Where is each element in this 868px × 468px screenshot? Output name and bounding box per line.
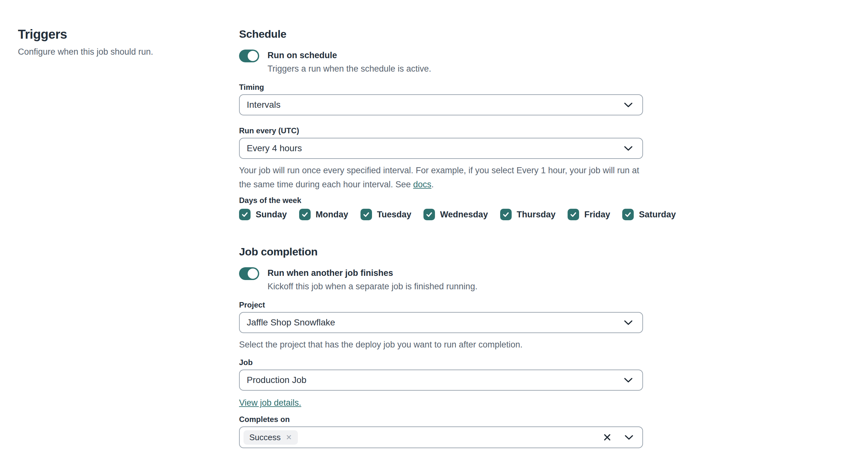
day-item-monday[interactable]: Monday: [299, 209, 348, 220]
chevron-down-icon[interactable]: [624, 435, 633, 440]
run-when-job-finishes-row: Run when another job finishes Kickoff th…: [239, 267, 643, 293]
checkbox-checked-icon[interactable]: [500, 209, 512, 220]
run-on-schedule-label: Run on schedule: [268, 49, 431, 62]
completes-on-label: Completes on: [239, 414, 643, 425]
day-label: Tuesday: [377, 210, 412, 220]
job-completion-section: Job completion Run when another job fini…: [239, 245, 643, 448]
day-label: Sunday: [256, 210, 287, 220]
job-select[interactable]: Production Job: [239, 370, 643, 391]
timing-field: Timing Intervals: [239, 82, 643, 116]
job-completion-heading: Job completion: [239, 245, 643, 258]
run-every-select-value: Every 4 hours: [247, 143, 302, 153]
day-label: Wednesday: [440, 210, 488, 220]
tag-remove-icon[interactable]: ✕: [286, 434, 292, 441]
checkbox-checked-icon[interactable]: [361, 209, 372, 220]
run-on-schedule-text: Run on schedule Triggers a run when the …: [268, 49, 431, 76]
day-item-thursday[interactable]: Thursday: [500, 209, 556, 220]
run-when-job-finishes-toggle[interactable]: [239, 267, 259, 280]
chevron-down-icon: [624, 102, 633, 108]
toggle-knob: [248, 51, 258, 61]
timing-label: Timing: [239, 82, 643, 92]
help-text-after: .: [431, 180, 434, 189]
checkbox-checked-icon[interactable]: [567, 209, 579, 220]
help-text-before: Your job will run once every specified i…: [239, 165, 639, 189]
run-on-schedule-description: Triggers a run when the schedule is acti…: [268, 62, 431, 76]
triggers-settings-page: Triggers Configure when this job should …: [0, 0, 868, 468]
project-label: Project: [239, 300, 643, 310]
completes-on-tag-success: Success ✕: [244, 430, 298, 445]
run-every-help-text: Your job will run once every specified i…: [239, 163, 643, 191]
days-of-week-row: Sunday Monday Tuesday Wednesday: [239, 208, 643, 221]
job-label: Job: [239, 357, 643, 368]
docs-link[interactable]: docs: [413, 180, 431, 189]
day-label: Saturday: [639, 210, 676, 220]
job-select-value: Production Job: [247, 375, 307, 385]
day-item-saturday[interactable]: Saturday: [622, 209, 676, 220]
checkbox-checked-icon[interactable]: [424, 209, 435, 220]
days-of-week-label: Days of the week: [239, 195, 643, 206]
day-item-sunday[interactable]: Sunday: [239, 209, 287, 220]
timing-select[interactable]: Intervals: [239, 94, 643, 116]
run-every-label: Run every (UTC): [239, 126, 643, 136]
run-every-field: Run every (UTC) Every 4 hours: [239, 126, 643, 159]
run-every-select[interactable]: Every 4 hours: [239, 138, 643, 159]
day-item-friday[interactable]: Friday: [567, 209, 610, 220]
view-job-details-link[interactable]: View job details.: [239, 398, 301, 408]
day-item-wednesday[interactable]: Wednesday: [424, 209, 488, 220]
day-label: Thursday: [517, 210, 556, 220]
toggle-knob: [248, 269, 258, 279]
run-when-job-finishes-description: Kickoff this job when a separate job is …: [268, 279, 477, 293]
triggers-intro-panel: Triggers Configure when this job should …: [0, 0, 239, 468]
checkbox-checked-icon[interactable]: [299, 209, 311, 220]
schedule-section: Schedule Run on schedule Triggers a run …: [239, 28, 643, 221]
chevron-down-icon: [624, 377, 633, 383]
job-field: Job Production Job View job details.: [239, 357, 643, 409]
chevron-down-icon: [624, 320, 633, 325]
view-job-details-row: View job details.: [239, 396, 643, 409]
run-when-job-finishes-label: Run when another job finishes: [268, 267, 477, 279]
run-on-schedule-row: Run on schedule Triggers a run when the …: [239, 49, 643, 76]
days-of-week-group: Days of the week Sunday Monday Tuesday: [239, 195, 643, 221]
chevron-down-icon: [624, 146, 633, 151]
completes-on-field: Completes on Success ✕: [239, 414, 643, 448]
day-label: Monday: [316, 210, 348, 220]
completes-on-multiselect[interactable]: Success ✕: [239, 427, 643, 448]
project-select-value: Jaffle Shop Snowflake: [247, 317, 335, 327]
timing-select-value: Intervals: [247, 100, 281, 110]
triggers-form: Schedule Run on schedule Triggers a run …: [239, 0, 643, 468]
project-help-text: Select the project that has the deploy j…: [239, 338, 643, 352]
tag-label: Success: [249, 433, 281, 442]
day-item-tuesday[interactable]: Tuesday: [361, 209, 412, 220]
run-on-schedule-toggle[interactable]: [239, 50, 259, 62]
checkbox-checked-icon[interactable]: [622, 209, 634, 220]
page-subtitle: Configure when this job should run.: [18, 46, 226, 58]
project-field: Project Jaffle Shop Snowflake Select the…: [239, 300, 643, 352]
project-select[interactable]: Jaffle Shop Snowflake: [239, 312, 643, 333]
page-title: Triggers: [18, 27, 226, 41]
clear-all-icon[interactable]: [603, 434, 611, 441]
day-label: Friday: [584, 210, 610, 220]
run-when-job-finishes-text: Run when another job finishes Kickoff th…: [268, 267, 477, 293]
schedule-heading: Schedule: [239, 28, 643, 40]
checkbox-checked-icon[interactable]: [239, 209, 251, 220]
